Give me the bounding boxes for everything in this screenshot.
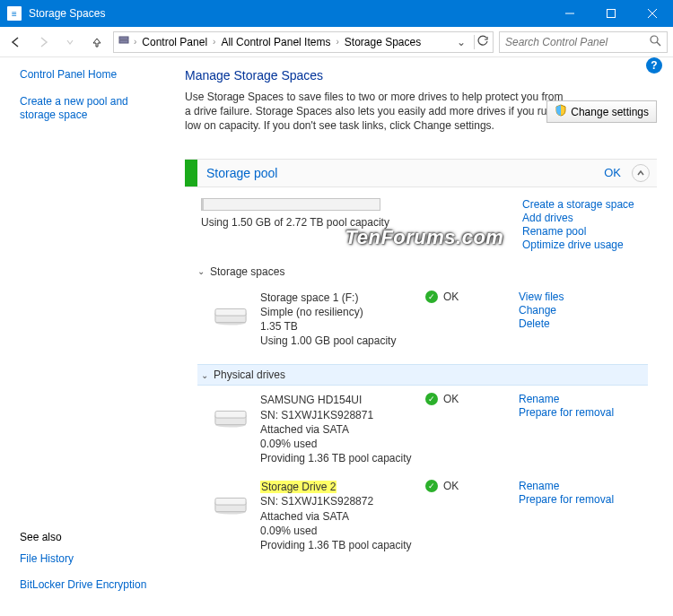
drive-serial: SN: S1XWJ1KS928872 xyxy=(260,494,413,508)
sidebar: Control Panel Home Create a new pool and… xyxy=(0,57,176,616)
space-usage: Using 1.00 GB pool capacity xyxy=(260,334,413,348)
page-title: Manage Storage Spaces xyxy=(185,68,657,82)
space-resiliency: Simple (no resiliency) xyxy=(260,305,413,319)
drive-serial: SN: S1XWJ1KS928871 xyxy=(260,408,413,422)
address-bar[interactable]: › Control Panel › All Control Panel Item… xyxy=(113,31,494,53)
file-history-link[interactable]: File History xyxy=(20,552,165,567)
minimize-button[interactable] xyxy=(549,0,590,27)
address-history-dropdown[interactable]: ⌄ xyxy=(454,36,468,48)
drive-icon xyxy=(118,34,130,49)
search-icon[interactable] xyxy=(650,35,661,49)
physical-drive-row: Storage Drive 2 SN: S1XWJ1KS928872 Attac… xyxy=(201,473,648,560)
svg-rect-5 xyxy=(119,40,128,43)
drive-name: SAMSUNG HD154UI xyxy=(260,393,413,407)
change-link[interactable]: Change xyxy=(519,304,564,317)
breadcrumb-item[interactable]: Control Panel xyxy=(140,36,209,48)
drive-icon xyxy=(214,496,248,518)
add-drives-link[interactable]: Add drives xyxy=(522,212,644,224)
refresh-button[interactable] xyxy=(474,35,489,49)
pool-header: Storage pool OK xyxy=(185,159,657,187)
pool-name: Storage pool xyxy=(197,166,604,180)
drive-connection: Attached via SATA xyxy=(260,509,413,524)
drive-used: 0.09% used xyxy=(260,437,413,451)
main-panel: ? Manage Storage Spaces Use Storage Spac… xyxy=(176,57,673,616)
physical-drive-row: SAMSUNG HD154UI SN: S1XWJ1KS928871 Attac… xyxy=(201,386,648,473)
status-badge: ✓ OK xyxy=(425,291,506,303)
svg-rect-10 xyxy=(215,308,246,316)
window-titlebar: ≡ Storage Spaces xyxy=(0,0,673,27)
physical-drives-section-header[interactable]: ⌄ Physical drives xyxy=(197,364,648,386)
pool-actions: Create a storage space Add drives Rename… xyxy=(522,198,648,251)
drive-providing: Providing 1.36 TB pool capacity xyxy=(260,451,413,465)
maximize-button[interactable] xyxy=(590,0,632,27)
prepare-removal-link[interactable]: Prepare for removal xyxy=(519,406,614,419)
bitlocker-link[interactable]: BitLocker Drive Encryption xyxy=(20,578,165,593)
svg-point-6 xyxy=(651,36,658,43)
change-settings-button[interactable]: Change settings xyxy=(546,100,657,123)
storage-pool-panel: Storage pool OK Using 1.50 GB of 2.72 TB… xyxy=(185,159,657,569)
up-button[interactable] xyxy=(86,31,108,53)
prepare-removal-link[interactable]: Prepare for removal xyxy=(519,493,614,506)
chevron-down-icon: ⌄ xyxy=(201,370,208,380)
pool-status: OK xyxy=(604,166,632,179)
status-bar-icon xyxy=(185,160,197,187)
view-files-link[interactable]: View files xyxy=(519,291,564,303)
control-panel-home-link[interactable]: Control Panel Home xyxy=(20,68,165,82)
drive-used: 0.09% used xyxy=(260,524,413,538)
search-box[interactable] xyxy=(499,31,668,53)
space-name: Storage space 1 (F:) xyxy=(260,291,413,305)
app-icon: ≡ xyxy=(7,6,22,21)
rename-drive-link[interactable]: Rename xyxy=(519,393,614,405)
ok-icon: ✓ xyxy=(425,480,438,492)
navigation-bar: › Control Panel › All Control Panel Item… xyxy=(0,27,673,57)
delete-link[interactable]: Delete xyxy=(519,317,564,330)
recent-locations-dropdown[interactable] xyxy=(59,31,81,53)
usage-progress-bar xyxy=(201,198,380,211)
section-label: Physical drives xyxy=(214,369,285,381)
breadcrumb-item[interactable]: Storage Spaces xyxy=(343,36,423,48)
optimize-link[interactable]: Optimize drive usage xyxy=(522,239,644,251)
change-settings-label: Change settings xyxy=(571,106,649,118)
drive-connection: Attached via SATA xyxy=(260,422,413,437)
svg-rect-13 xyxy=(215,412,246,419)
section-label: Storage spaces xyxy=(210,265,284,278)
rename-drive-link[interactable]: Rename xyxy=(519,480,614,492)
svg-rect-16 xyxy=(215,499,246,506)
breadcrumb-item[interactable]: All Control Panel Items xyxy=(219,36,332,48)
chevron-right-icon[interactable]: › xyxy=(213,37,215,47)
space-size: 1.35 TB xyxy=(260,319,413,334)
create-space-link[interactable]: Create a storage space xyxy=(522,198,644,211)
drive-icon xyxy=(214,409,248,431)
ok-icon: ✓ xyxy=(425,393,438,405)
chevron-right-icon[interactable]: › xyxy=(336,37,338,47)
see-also-label: See also xyxy=(20,531,165,543)
storage-spaces-section-header[interactable]: ⌄ Storage spaces xyxy=(197,260,648,283)
usage-text: Using 1.50 GB of 2.72 TB pool capacity xyxy=(201,216,522,229)
chevron-right-icon[interactable]: › xyxy=(134,37,136,47)
create-pool-link[interactable]: Create a new pool and storage space xyxy=(20,95,165,123)
svg-line-7 xyxy=(657,42,660,46)
window-title: Storage Spaces xyxy=(29,7,549,20)
back-button[interactable] xyxy=(5,31,27,53)
pool-usage: Using 1.50 GB of 2.72 TB pool capacity xyxy=(201,198,522,251)
help-icon[interactable]: ? xyxy=(646,57,662,74)
shield-icon xyxy=(555,104,567,119)
status-badge: ✓ OK xyxy=(425,393,506,405)
drive-providing: Providing 1.36 TB pool capacity xyxy=(260,538,413,552)
chevron-down-icon: ⌄ xyxy=(197,266,205,276)
drive-name: Storage Drive 2 xyxy=(260,481,336,493)
svg-rect-1 xyxy=(607,10,616,18)
page-description: Use Storage Spaces to save files to two … xyxy=(185,90,571,134)
search-input[interactable] xyxy=(505,36,650,48)
rename-pool-link[interactable]: Rename pool xyxy=(522,225,644,238)
forward-button[interactable] xyxy=(32,31,54,53)
svg-rect-4 xyxy=(119,37,128,39)
close-button[interactable] xyxy=(632,0,673,27)
drive-icon xyxy=(214,307,248,329)
storage-space-row: Storage space 1 (F:) Simple (no resilien… xyxy=(201,283,648,356)
ok-icon: ✓ xyxy=(425,291,438,303)
collapse-button[interactable] xyxy=(632,164,650,182)
status-badge: ✓ OK xyxy=(425,480,506,492)
